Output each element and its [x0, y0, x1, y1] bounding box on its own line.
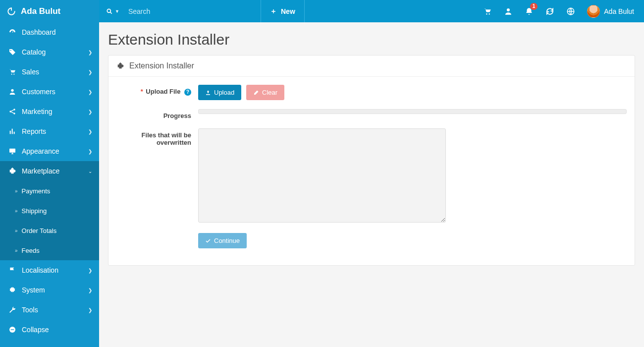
notifications-icon[interactable]: 1 [525, 7, 534, 16]
overwrite-label: Files that will be overwritten [116, 128, 198, 146]
progress-row: Progress [116, 109, 627, 119]
clear-button[interactable]: Clear [246, 85, 284, 100]
overwrite-textarea[interactable] [198, 128, 446, 223]
svg-point-16 [107, 9, 110, 12]
svg-point-19 [507, 8, 510, 11]
svg-point-0 [10, 50, 11, 51]
panel-heading: Extension Installer [108, 56, 635, 77]
overwrite-row: Files that will be overwritten [116, 128, 627, 224]
wrench-icon [7, 306, 18, 314]
continue-button[interactable]: Continue [198, 233, 247, 248]
brand-name: Ada Bulut [21, 6, 60, 16]
required-marker: * [141, 88, 143, 95]
upload-controls: Upload Clear [198, 85, 627, 100]
chevron-right-icon: ❯ [88, 109, 92, 115]
chevron-right-icon: ❯ [88, 288, 92, 293]
flag-icon [7, 266, 18, 274]
chevron-right-icon: ❯ [88, 307, 92, 313]
chevron-right-icon: ❯ [88, 50, 92, 55]
global-search[interactable]: ▼ [99, 0, 261, 22]
svg-rect-8 [12, 129, 13, 134]
sidebar-item-reports[interactable]: Reports ❯ [0, 121, 99, 141]
sidebar-item-marketplace[interactable]: Marketplace ⌄ [0, 161, 99, 181]
sidebar-item-label: Reports [22, 127, 46, 135]
share-icon [7, 108, 18, 116]
globe-icon[interactable] [566, 7, 575, 16]
sidebar-item-catalog[interactable]: Catalog ❯ [0, 42, 99, 62]
sidebar-subitem-order-totals[interactable]: » Order Totals [0, 221, 99, 240]
double-chevron-icon: » [15, 208, 18, 214]
sidebar-submenu-marketplace: » Payments » Shipping » Order Totals » F… [0, 181, 99, 260]
svg-rect-7 [10, 131, 11, 134]
chevron-down-icon: ⌄ [88, 169, 92, 174]
search-input[interactable] [128, 7, 254, 15]
sidebar-item-appearance[interactable]: Appearance ❯ [0, 141, 99, 161]
user-admin-icon[interactable] [504, 7, 513, 16]
cart-icon [7, 68, 18, 76]
double-chevron-icon: » [15, 248, 18, 253]
refresh-icon[interactable] [545, 7, 554, 16]
sidebar-item-system[interactable]: System ❯ [0, 280, 99, 300]
sidebar-subitem-label: Order Totals [22, 227, 57, 234]
upload-row: * Upload File ? Upload [116, 85, 627, 100]
sidebar-item-collapse[interactable]: Collapse [0, 320, 99, 340]
puzzle-icon [7, 167, 18, 175]
user-menu[interactable]: Ada Bulut [587, 5, 634, 18]
continue-control: Continue [198, 233, 627, 248]
upload-label: * Upload File ? [116, 85, 198, 96]
svg-rect-9 [14, 132, 15, 134]
sidebar-item-sales[interactable]: Sales ❯ [0, 62, 99, 82]
avatar [587, 5, 600, 18]
double-chevron-icon: » [15, 228, 18, 233]
main-nav: Dashboard Catalog ❯ Sales ❯ Customers ❯ … [0, 22, 99, 340]
user-name: Ada Bulut [604, 7, 634, 15]
sidebar-item-label: Catalog [22, 48, 46, 56]
sidebar-item-marketing[interactable]: Marketing ❯ [0, 102, 99, 121]
installer-panel: Extension Installer * Upload File ? Uplo… [108, 55, 635, 266]
progress-control [198, 109, 627, 114]
continue-row: Continue [116, 233, 627, 248]
upload-button[interactable]: Upload [198, 85, 241, 100]
new-button-label: New [281, 7, 295, 15]
sidebar-item-label: System [22, 286, 45, 294]
sidebar-subitem-shipping[interactable]: » Shipping [0, 201, 99, 221]
brand[interactable]: Ada Bulut [0, 0, 99, 22]
sidebar-subitem-feeds[interactable]: » Feeds [0, 240, 99, 260]
chevron-right-icon: ❯ [88, 89, 92, 95]
brand-logo-icon [7, 7, 16, 16]
svg-point-17 [486, 13, 487, 14]
topbar: ▼ ＋ New 1 Ada Bulut [99, 0, 644, 22]
sidebar-item-label: Customers [22, 88, 55, 96]
sidebar-item-label: Appearance [22, 147, 59, 155]
sidebar-item-label: Marketplace [22, 167, 59, 175]
sidebar-item-label: Tools [22, 306, 38, 314]
new-button[interactable]: ＋ New [261, 0, 305, 22]
overwrite-control [198, 128, 627, 224]
svg-point-1 [11, 74, 12, 75]
upload-icon [205, 90, 211, 96]
check-icon [205, 238, 211, 244]
progress-bar [198, 109, 627, 114]
search-icon [106, 8, 113, 15]
svg-point-18 [489, 13, 490, 14]
gear-icon [7, 286, 18, 294]
sidebar-item-dashboard[interactable]: Dashboard [0, 22, 99, 42]
svg-point-3 [11, 89, 13, 92]
sidebar-item-tools[interactable]: Tools ❯ [0, 300, 99, 320]
svg-point-21 [120, 62, 121, 64]
svg-point-2 [13, 74, 14, 75]
chevron-right-icon: ❯ [88, 149, 92, 154]
monitor-icon [7, 147, 18, 155]
sidebar-item-localisation[interactable]: Localisation ❯ [0, 260, 99, 280]
gauge-icon [7, 28, 18, 36]
help-icon[interactable]: ? [184, 89, 191, 96]
tag-icon [7, 48, 18, 56]
svg-rect-23 [206, 94, 210, 95]
chevron-right-icon: ❯ [88, 69, 92, 75]
cart-icon[interactable] [483, 7, 492, 16]
page-title: Extension Installer [99, 22, 644, 55]
caret-down-icon[interactable]: ▼ [115, 9, 119, 14]
sidebar-item-customers[interactable]: Customers ❯ [0, 82, 99, 102]
puzzle-icon [116, 62, 124, 70]
sidebar-subitem-payments[interactable]: » Payments [0, 181, 99, 201]
